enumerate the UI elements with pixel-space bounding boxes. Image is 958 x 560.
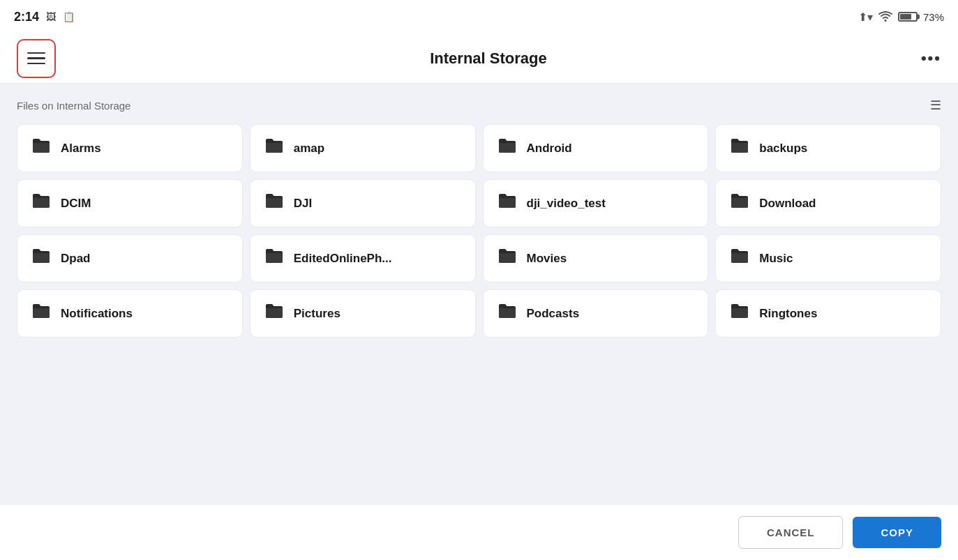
action-bar: CANCEL COPY xyxy=(0,504,958,560)
folder-name: Alarms xyxy=(61,142,101,156)
status-bar: 2:14 🖼 📋 ⬆︎▾︎ 73% xyxy=(0,0,958,33)
folder-name: Android xyxy=(527,142,572,156)
folder-item[interactable]: Music xyxy=(715,234,941,282)
folder-icon xyxy=(730,137,749,159)
section-label: Files on Internal Storage xyxy=(17,100,130,112)
page-title: Internal Storage xyxy=(430,50,546,68)
folder-item[interactable]: backups xyxy=(715,124,941,172)
folder-icon xyxy=(31,248,51,269)
folder-icon xyxy=(31,192,51,214)
top-bar: Internal Storage ••• xyxy=(0,33,958,84)
folder-name: Download xyxy=(759,197,816,211)
folder-icon xyxy=(264,137,284,159)
folder-icon xyxy=(31,303,51,324)
copy-button[interactable]: COPY xyxy=(853,517,941,548)
battery-icon xyxy=(898,12,918,22)
menu-button[interactable] xyxy=(17,39,56,78)
folder-icon xyxy=(497,192,517,214)
content-area: Files on Internal Storage ☰ Alarms amap xyxy=(0,84,958,504)
sim-icon: 📋 xyxy=(63,11,75,22)
wifi-icon: ⬆︎▾︎ xyxy=(858,10,873,24)
list-view-icon[interactable]: ☰ xyxy=(930,98,941,113)
folder-item[interactable]: dji_video_test xyxy=(483,179,709,227)
folder-icon xyxy=(264,303,284,324)
folder-item[interactable]: Alarms xyxy=(17,124,243,172)
more-options-button[interactable]: ••• xyxy=(921,50,941,68)
folder-name: Pictures xyxy=(294,307,340,321)
folder-item[interactable]: Pictures xyxy=(250,289,476,338)
folder-item[interactable]: EditedOnlinePh... xyxy=(250,234,476,282)
status-left: 2:14 🖼 📋 xyxy=(14,10,75,24)
folder-name: Movies xyxy=(527,252,567,266)
folder-icon xyxy=(497,137,517,159)
folder-name: DCIM xyxy=(61,197,91,211)
folder-item[interactable]: Dpad xyxy=(17,234,243,282)
folder-item[interactable]: Movies xyxy=(483,234,709,282)
folder-icon xyxy=(31,137,51,159)
folder-name: Dpad xyxy=(61,252,91,266)
folder-item[interactable]: DCIM xyxy=(17,179,243,227)
folder-grid: Alarms amap Android xyxy=(17,124,941,338)
folder-name: Music xyxy=(759,252,793,266)
folder-item[interactable]: DJI xyxy=(250,179,476,227)
status-right: ⬆︎▾︎ 73% xyxy=(858,10,944,24)
folder-name: Ringtones xyxy=(759,307,817,321)
folder-name: EditedOnlinePh... xyxy=(294,252,392,266)
wifi-signal-icon xyxy=(878,11,892,22)
folder-name: amap xyxy=(294,142,324,156)
cancel-button[interactable]: CANCEL xyxy=(738,516,844,549)
section-header: Files on Internal Storage ☰ xyxy=(17,98,941,113)
folder-name: dji_video_test xyxy=(527,197,606,211)
status-time: 2:14 xyxy=(14,10,39,24)
folder-item[interactable]: Notifications xyxy=(17,289,243,338)
folder-icon xyxy=(730,192,749,214)
folder-item[interactable]: Podcasts xyxy=(483,289,709,338)
folder-icon xyxy=(264,248,284,269)
folder-icon xyxy=(497,303,517,324)
menu-line-2 xyxy=(27,57,45,59)
folder-icon xyxy=(730,248,749,269)
battery-percent: 73% xyxy=(923,11,944,23)
folder-name: DJI xyxy=(294,197,312,211)
folder-item[interactable]: Ringtones xyxy=(715,289,941,338)
folder-icon xyxy=(730,303,749,324)
folder-icon xyxy=(264,192,284,214)
menu-line-1 xyxy=(27,52,45,54)
folder-name: backups xyxy=(759,142,807,156)
folder-item[interactable]: Android xyxy=(483,124,709,172)
folder-item[interactable]: Download xyxy=(715,179,941,227)
svg-point-0 xyxy=(884,20,886,22)
menu-line-3 xyxy=(27,63,45,65)
folder-name: Podcasts xyxy=(527,307,580,321)
folder-name: Notifications xyxy=(61,307,133,321)
photo-icon: 🖼 xyxy=(46,11,56,22)
folder-icon xyxy=(497,248,517,269)
folder-item[interactable]: amap xyxy=(250,124,476,172)
